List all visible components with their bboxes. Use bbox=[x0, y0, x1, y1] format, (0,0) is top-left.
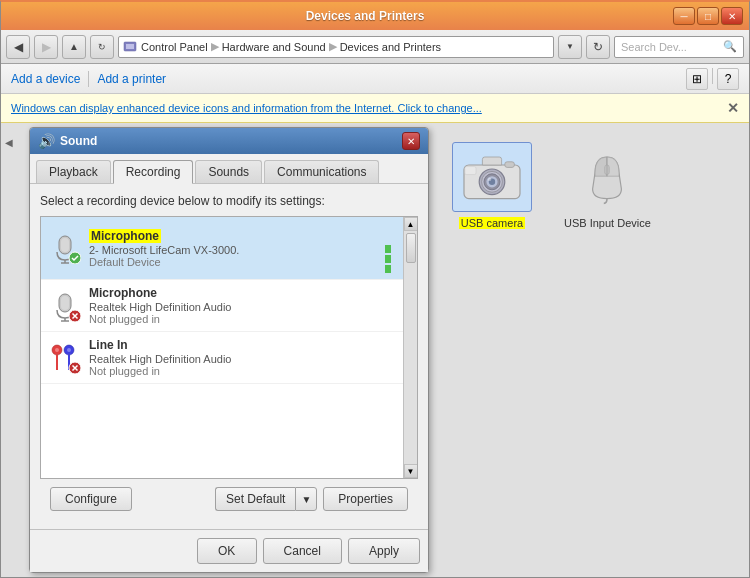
set-default-button[interactable]: Set Default bbox=[215, 487, 295, 511]
toolbar-separator-1 bbox=[88, 71, 89, 87]
maximize-button[interactable]: □ bbox=[697, 7, 719, 25]
device-status-mic2: Not plugged in bbox=[89, 313, 409, 325]
address-part-1: Control Panel bbox=[141, 41, 208, 53]
address-bar[interactable]: Control Panel ▶ Hardware and Sound ▶ Dev… bbox=[118, 36, 554, 58]
address-part-2: Hardware and Sound bbox=[222, 41, 326, 53]
scroll-thumb[interactable] bbox=[406, 233, 416, 263]
dialog-close-button[interactable]: ✕ bbox=[402, 132, 420, 150]
device-icon-mic2 bbox=[49, 290, 81, 322]
add-device-link[interactable]: Add a device bbox=[11, 72, 80, 86]
dialog-title-bar: 🔊 Sound ✕ bbox=[30, 128, 428, 154]
search-box[interactable]: Search Dev... 🔍 bbox=[614, 36, 744, 58]
main-dialog-footer: OK Cancel Apply bbox=[30, 529, 428, 572]
cancel-button[interactable]: Cancel bbox=[263, 538, 342, 564]
refresh-button[interactable]: ↻ bbox=[90, 35, 114, 59]
dialog-body: Select a recording device below to modif… bbox=[30, 184, 428, 529]
device-info-mic2: Microphone Realtek High Definition Audio… bbox=[89, 286, 409, 325]
help-button[interactable]: ? bbox=[717, 68, 739, 90]
dialog-title-label: Sound bbox=[60, 134, 97, 148]
scroll-up-arrow[interactable]: ▲ bbox=[404, 217, 418, 231]
window-controls: ─ □ ✕ bbox=[673, 7, 743, 25]
usb-camera-label: USB camera bbox=[459, 217, 525, 229]
properties-button[interactable]: Properties bbox=[323, 487, 408, 511]
device-item-linein[interactable]: Line In Realtek High Definition Audio No… bbox=[41, 332, 417, 384]
refresh-nav-button[interactable]: ↻ bbox=[586, 35, 610, 59]
toolbar-right: ⊞ ? bbox=[686, 68, 739, 90]
tab-sounds[interactable]: Sounds bbox=[195, 160, 262, 183]
dialog-instructions: Select a recording device below to modif… bbox=[40, 194, 418, 208]
configure-button[interactable]: Configure bbox=[50, 487, 132, 511]
back-button[interactable]: ◀ bbox=[6, 35, 30, 59]
svg-rect-3 bbox=[61, 238, 69, 252]
content-area: ◀ 🔊 Sound ✕ Playback Recording bbox=[1, 123, 749, 577]
device-sub-mic2: Realtek High Definition Audio bbox=[89, 301, 409, 313]
device-icon-linein bbox=[49, 342, 81, 374]
device-item-mic2[interactable]: Microphone Realtek High Definition Audio… bbox=[41, 280, 417, 332]
address-dropdown-button[interactable]: ▼ bbox=[558, 35, 582, 59]
tab-sounds-label: Sounds bbox=[208, 165, 249, 179]
scroll-down-arrow[interactable]: ▼ bbox=[404, 464, 418, 478]
device-info-mic1: Microphone 2- Microsoft LifeCam VX-3000.… bbox=[89, 229, 377, 268]
toolbar: Add a device Add a printer ⊞ ? bbox=[1, 64, 749, 94]
banner-close-button[interactable]: ✕ bbox=[727, 100, 739, 116]
close-button[interactable]: ✕ bbox=[721, 7, 743, 25]
main-window: Devices and Printers ─ □ ✕ ◀ ▶ ▲ ↻ Contr… bbox=[0, 0, 750, 578]
device-card-usb-input[interactable]: USB Input Device bbox=[557, 137, 658, 234]
left-panel: ◀ bbox=[5, 127, 21, 573]
device-status-mic1: Default Device bbox=[89, 256, 377, 268]
info-banner-text[interactable]: Windows can display enhanced device icon… bbox=[11, 102, 482, 114]
tab-playback-label: Playback bbox=[49, 165, 98, 179]
collapse-arrow-icon[interactable]: ◀ bbox=[5, 137, 13, 148]
device-icon-mic1 bbox=[49, 232, 81, 264]
tab-bar: Playback Recording Sounds Communications bbox=[30, 154, 428, 184]
device-name-highlight-mic1: Microphone bbox=[89, 229, 161, 243]
usb-input-icon-wrap bbox=[567, 142, 647, 212]
address-sep-1: ▶ bbox=[211, 40, 219, 53]
sound-dialog: 🔊 Sound ✕ Playback Recording Sounds Comm… bbox=[29, 127, 429, 573]
tab-recording[interactable]: Recording bbox=[113, 160, 194, 184]
info-banner: Windows can display enhanced device icon… bbox=[1, 94, 749, 123]
device-item-mic1[interactable]: Microphone 2- Microsoft LifeCam VX-3000.… bbox=[41, 217, 417, 280]
tab-recording-label: Recording bbox=[126, 165, 181, 179]
usb-camera-icon-wrap bbox=[452, 142, 532, 212]
svg-rect-8 bbox=[61, 296, 69, 310]
dialog-title: 🔊 Sound bbox=[38, 133, 97, 149]
svg-rect-26 bbox=[505, 162, 515, 168]
view-toggle-button[interactable]: ⊞ bbox=[686, 68, 708, 90]
set-default-dropdown[interactable]: ▼ bbox=[295, 487, 317, 511]
device-name-mic2: Microphone bbox=[89, 286, 409, 300]
search-icon: 🔍 bbox=[723, 40, 737, 53]
forward-button[interactable]: ▶ bbox=[34, 35, 58, 59]
scroll-track bbox=[404, 231, 418, 464]
minimize-button[interactable]: ─ bbox=[673, 7, 695, 25]
device-sub-mic1: 2- Microsoft LifeCam VX-3000. bbox=[89, 244, 377, 256]
tab-communications[interactable]: Communications bbox=[264, 160, 379, 183]
title-bar: Devices and Printers ─ □ ✕ bbox=[1, 2, 749, 30]
set-default-group: Set Default ▼ bbox=[215, 487, 317, 511]
add-printer-link[interactable]: Add a printer bbox=[97, 72, 166, 86]
apply-button[interactable]: Apply bbox=[348, 538, 420, 564]
ok-button[interactable]: OK bbox=[197, 538, 257, 564]
sound-dialog-icon: 🔊 bbox=[38, 133, 55, 149]
usb-input-svg bbox=[575, 148, 639, 206]
usb-camera-svg bbox=[460, 148, 524, 206]
right-panel: USB camera bbox=[437, 127, 745, 573]
device-name-linein: Line In bbox=[89, 338, 409, 352]
address-sep-2: ▶ bbox=[329, 40, 337, 53]
device-list-scrollbar[interactable]: ▲ ▼ bbox=[403, 217, 417, 478]
up-button[interactable]: ▲ bbox=[62, 35, 86, 59]
device-card-usb-camera[interactable]: USB camera bbox=[447, 137, 537, 234]
tab-communications-label: Communications bbox=[277, 165, 366, 179]
search-placeholder: Search Dev... bbox=[621, 41, 687, 53]
svg-point-15 bbox=[67, 348, 71, 352]
address-icon bbox=[123, 40, 137, 54]
device-list[interactable]: Microphone 2- Microsoft LifeCam VX-3000.… bbox=[40, 216, 418, 479]
svg-point-13 bbox=[55, 348, 59, 352]
address-part-3: Devices and Printers bbox=[340, 41, 442, 53]
svg-rect-1 bbox=[126, 44, 134, 49]
tab-playback[interactable]: Playback bbox=[36, 160, 111, 183]
device-status-linein: Not plugged in bbox=[89, 365, 409, 377]
window-title: Devices and Printers bbox=[57, 9, 673, 23]
toolbar-separator-2 bbox=[712, 68, 713, 84]
usb-input-label: USB Input Device bbox=[562, 217, 653, 229]
